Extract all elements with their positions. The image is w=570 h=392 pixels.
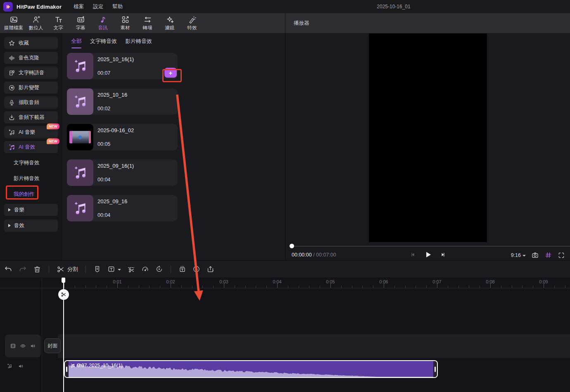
tab-transitions[interactable]: 轉場: [136, 14, 159, 32]
sidebar-item-text-to-sfx[interactable]: 文字轉音效: [4, 157, 58, 169]
playhead-head[interactable]: [62, 278, 65, 283]
snapshot-camera-button[interactable]: [531, 251, 539, 259]
menu-file[interactable]: 檔案: [69, 2, 88, 12]
tab-avatar[interactable]: 數位人: [25, 14, 47, 32]
playhead-scissors-handle[interactable]: [58, 289, 69, 300]
item-name: 2025_09_16(1): [97, 163, 134, 169]
clip-name: 2025_10_16(1): [89, 363, 122, 368]
list-item[interactable]: 2025_10_16(1) 00:07 +: [67, 53, 178, 79]
video-frame-preview: [69, 131, 91, 143]
sidebar-item-extract-audio[interactable]: 擷取音頻: [4, 96, 58, 109]
tab-filters[interactable]: 濾鏡: [159, 14, 181, 32]
tab-elements[interactable]: 素材: [114, 14, 136, 32]
undo-button[interactable]: [4, 265, 12, 273]
item-duration: 00:04: [97, 177, 134, 183]
transition-arrows-icon: [143, 15, 152, 24]
add-to-timeline-button[interactable]: +: [164, 68, 177, 78]
list-item[interactable]: 2025_10_16 00:02: [67, 88, 178, 115]
audio-downloader-icon: [8, 114, 15, 121]
video-preview: [369, 33, 487, 242]
list-item[interactable]: 2025-09-16_02 00:05: [67, 124, 178, 150]
previous-frame-button[interactable]: [409, 251, 416, 258]
ruler-tick-label: 0:08: [486, 279, 494, 284]
download-button[interactable]: [192, 265, 200, 273]
timeline-body: 0:01 0:02 0:03 0:04 0:05 0:06 0:07 0:08 …: [0, 278, 570, 392]
sidebar-item-ai-music[interactable]: AI 音樂 NEW: [4, 126, 58, 138]
list-item[interactable]: 2025_09_16 00:04: [67, 195, 178, 221]
mic-icon: [8, 99, 15, 106]
speaker-icon[interactable]: [30, 343, 36, 349]
track-header-divider: [42, 278, 42, 392]
sidebar-item-voice-clone[interactable]: 音色克隆: [4, 52, 58, 64]
avatar-plus-icon: [32, 15, 40, 24]
app-title: HitPaw Edimakor: [17, 4, 62, 10]
list-item[interactable]: 2025_09_16(1) 00:04: [67, 159, 178, 186]
ruler-tick-label: 0:09: [539, 279, 548, 284]
speed-gauge-icon: [141, 265, 149, 273]
ruler-tick-label: 0:03: [219, 279, 228, 284]
chevron-right-icon: [8, 224, 11, 227]
tab-video-to-sfx[interactable]: 影片轉音效: [125, 38, 152, 48]
audio-clip[interactable]: 0:07 2025_10_16(1): [64, 360, 438, 378]
grid-overlay-button[interactable]: [544, 251, 552, 259]
speaker-icon[interactable]: [18, 363, 24, 369]
tab-audio[interactable]: 音訊: [92, 14, 114, 32]
sidebar-item-ai-sfx[interactable]: AI 音效 NEW: [4, 141, 58, 153]
seek-handle[interactable]: [290, 244, 294, 248]
text-template-button[interactable]: [178, 265, 186, 273]
next-frame-button[interactable]: [439, 251, 446, 258]
effects-wand-icon: [188, 15, 197, 24]
main-toolbar: 媒體檔案 數位人 文字 字幕 音訊 素材: [0, 13, 285, 33]
aspect-ratio-selector[interactable]: 9:16: [511, 252, 526, 258]
seek-bar[interactable]: [285, 243, 570, 249]
menu-help[interactable]: 幫助: [108, 2, 127, 12]
sidebar-item-favorites[interactable]: 收藏: [4, 37, 58, 49]
item-name: 2025_10_16: [97, 92, 127, 98]
player-panel: 00:00:00 / 00:07:00 9:16: [285, 33, 570, 260]
redo-button[interactable]: [19, 265, 27, 273]
title-bar: HitPaw Edimakor 檔案 設定 幫助 2025-10-16_01: [0, 0, 570, 13]
sidebar-group-sfx[interactable]: 音效: [4, 219, 58, 232]
replay-button[interactable]: [155, 265, 163, 273]
timeline-ruler[interactable]: 0:01 0:02 0:03 0:04 0:05 0:06 0:07 0:08 …: [0, 278, 570, 288]
export-button[interactable]: [207, 265, 214, 273]
tab-media[interactable]: 媒體檔案: [2, 14, 25, 32]
tab-all[interactable]: 全部: [71, 38, 82, 48]
time-separator: /: [312, 252, 316, 258]
fullscreen-button[interactable]: [558, 252, 565, 259]
seek-track[interactable]: [290, 246, 570, 247]
speed-button[interactable]: [141, 265, 149, 273]
tab-text-to-sfx[interactable]: 文字轉音效: [90, 38, 117, 48]
cover-button[interactable]: 封面: [44, 338, 61, 353]
sidebar-item-audio-downloader[interactable]: 音頻下載器: [4, 111, 58, 124]
transport-controls: [409, 250, 446, 259]
audio-sidebar: 收藏 音色克隆 文字轉語音 影片變聲 擷取音頻 音頻下載器: [0, 33, 62, 260]
sidebar-item-video-voice-change[interactable]: 影片變聲: [4, 81, 58, 94]
music-note-icon[interactable]: [7, 363, 13, 369]
item-duration: 00:04: [97, 212, 127, 218]
redo-icon: [19, 265, 27, 273]
delete-button[interactable]: [33, 265, 41, 273]
add-text-button[interactable]: [107, 265, 121, 273]
scissors-icon: [61, 292, 66, 297]
sidebar-group-music[interactable]: 音樂: [4, 204, 58, 216]
clip-trim-handle-left[interactable]: [65, 361, 69, 377]
sidebar-item-my-creations[interactable]: 我的創作: [4, 188, 58, 200]
tab-text[interactable]: 文字: [47, 14, 69, 32]
marker-button[interactable]: [93, 265, 101, 273]
eye-icon[interactable]: [20, 343, 26, 349]
player-header: 播放器: [285, 13, 570, 33]
clip-trim-handle-right[interactable]: [433, 361, 437, 377]
sidebar-item-video-to-sfx[interactable]: 影片轉音效: [4, 172, 58, 185]
split-button[interactable]: 分割: [57, 265, 78, 273]
film-icon[interactable]: [10, 343, 16, 349]
chevron-right-icon: [8, 208, 11, 211]
trim-button[interactable]: [127, 265, 135, 273]
video-track-lane[interactable]: [58, 334, 570, 358]
tab-subtitle[interactable]: 字幕: [69, 14, 92, 32]
play-button[interactable]: [423, 250, 432, 259]
tab-effects[interactable]: 特效: [181, 14, 203, 32]
sidebar-item-text-to-speech[interactable]: 文字轉語音: [4, 67, 58, 79]
elements-grid-icon: [121, 15, 130, 24]
menu-settings[interactable]: 設定: [88, 2, 108, 12]
